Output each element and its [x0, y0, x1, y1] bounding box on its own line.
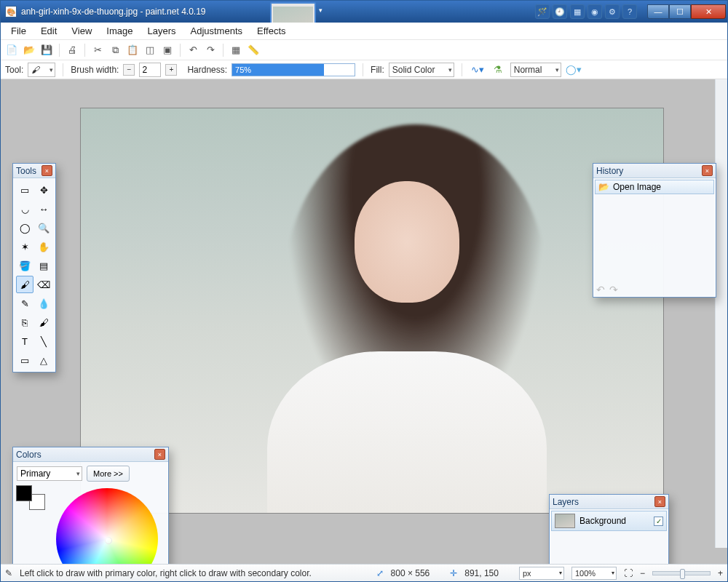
menu-view[interactable]: View	[64, 23, 99, 39]
paintbrush-tool[interactable]: 🖌	[16, 276, 33, 293]
tool-label: Tool:	[5, 65, 23, 75]
app-icon: 🎨	[5, 6, 17, 17]
paint-bucket-tool[interactable]: 🪣	[16, 257, 33, 274]
zoom-out-icon[interactable]: −	[640, 568, 645, 578]
unit-selector[interactable]: px	[519, 567, 564, 580]
zoom-selector[interactable]: 100%	[571, 567, 617, 580]
new-icon[interactable]: 📄	[4, 42, 20, 58]
gear-icon[interactable]: ⚙	[605, 4, 620, 19]
pan-tool[interactable]: ✋	[35, 238, 52, 255]
clone-stamp-tool[interactable]: ⎘	[16, 314, 33, 331]
tools-panel-close[interactable]: ×	[41, 165, 52, 176]
vertical-scrollbar[interactable]	[715, 79, 727, 548]
rectangle-shape-tool[interactable]: ▭	[16, 351, 33, 369]
title-bar: 🎨 anh-girl-xinh-9x-de-thuong.jpg - paint…	[1, 1, 727, 23]
history-undo-icon[interactable]: ↶	[596, 284, 605, 295]
pencil-tool[interactable]: ✎	[16, 295, 33, 312]
clock-icon[interactable]: 🕘	[553, 4, 567, 19]
brush-width-dec[interactable]: −	[123, 64, 135, 76]
history-item-label: Open Image	[613, 182, 661, 192]
hardness-value: 75%	[232, 64, 324, 76]
ellipse-select-tool[interactable]: ◯	[16, 219, 33, 236]
pencil-icon: ✎	[5, 568, 12, 578]
colors-panel-close[interactable]: ×	[154, 449, 165, 460]
help-icon[interactable]: ?	[622, 4, 637, 19]
undo-icon[interactable]: ↶	[185, 42, 201, 58]
wand-icon[interactable]: 🪄	[535, 4, 550, 19]
open-icon[interactable]: 📂	[21, 42, 37, 58]
menu-image[interactable]: Image	[99, 23, 140, 39]
copy-icon[interactable]: ⧉	[107, 42, 123, 58]
layers-panel-title: Layers	[553, 497, 579, 507]
paste-icon[interactable]: 📋	[124, 42, 141, 58]
menu-bar: FileEditViewImageLayersAdjustmentsEffect…	[1, 23, 727, 40]
gradient-tool[interactable]: ▤	[35, 257, 52, 274]
overwrite-icon[interactable]: ◯▾	[566, 62, 582, 78]
fill-label: Fill:	[371, 65, 384, 75]
zoom-fit-icon[interactable]: ⛶	[624, 568, 633, 578]
tools-panel: Tools× ▭✥◡↔◯🔍✶✋🪣▤🖌⌫✎💧⎘🖌T╲▭△	[12, 163, 56, 372]
menu-file[interactable]: File	[4, 23, 33, 39]
zoom-in-icon[interactable]: +	[718, 568, 723, 578]
line-tool[interactable]: ╲	[35, 332, 52, 350]
blend-mode-selector[interactable]: Normal	[510, 63, 561, 77]
lasso-select-tool[interactable]: ◡	[16, 200, 33, 218]
menu-edit[interactable]: Edit	[33, 23, 64, 39]
layers-icon[interactable]: ▦	[570, 4, 585, 19]
move-selected-pixels-tool[interactable]: ✥	[35, 181, 52, 199]
history-redo-icon[interactable]: ↷	[609, 284, 618, 295]
colors-more-button[interactable]: More >>	[87, 466, 130, 482]
layers-panel-close[interactable]: ×	[654, 496, 665, 507]
close-button[interactable]: ✕	[691, 4, 726, 19]
grid-icon[interactable]: ▦	[228, 42, 244, 58]
hardness-slider[interactable]: 75%	[232, 63, 355, 76]
colors-panel-title: Colors	[16, 450, 41, 460]
color-picker-tool[interactable]: 💧	[35, 295, 52, 312]
layer-row[interactable]: Background ✓	[551, 511, 667, 531]
brush-width-input[interactable]	[139, 63, 161, 77]
recolor-tool[interactable]: 🖌	[35, 314, 52, 331]
eraser-tool[interactable]: ⌫	[35, 276, 52, 293]
print-icon[interactable]: 🖨	[64, 42, 80, 58]
cut-icon[interactable]: ✂	[90, 42, 106, 58]
history-panel-close[interactable]: ×	[702, 165, 713, 176]
layer-visible-checkbox[interactable]: ✓	[654, 517, 663, 526]
primary-color-swatch[interactable]	[16, 485, 32, 501]
fill-selector[interactable]: Solid Color	[389, 63, 454, 77]
maximize-button[interactable]: ☐	[669, 4, 691, 19]
crop-icon[interactable]: ◫	[142, 42, 158, 58]
antialias-icon[interactable]: ∿▾	[470, 62, 486, 78]
brush-width-inc[interactable]: +	[165, 64, 177, 76]
history-item[interactable]: 📂 Open Image	[595, 180, 714, 194]
color-wheel-icon[interactable]: ◉	[587, 4, 602, 19]
save-icon[interactable]: 💾	[39, 42, 55, 58]
rectangle-select-tool[interactable]: ▭	[16, 181, 33, 199]
zoom-tool[interactable]: 🔍	[35, 219, 52, 236]
color-mode-selector[interactable]: Primary	[17, 466, 82, 481]
move-selection-tool[interactable]: ↔	[35, 200, 52, 218]
ruler-icon[interactable]: 📏	[245, 42, 261, 58]
text-tool[interactable]: T	[16, 332, 33, 350]
tool-selector[interactable]: 🖌	[28, 63, 55, 77]
size-icon: ⤢	[376, 568, 384, 578]
layers-panel: Layers× Background ✓ ▤ ✖ ⧉ ▦ ↑ ↓ ✎	[549, 494, 669, 564]
zoom-slider[interactable]	[652, 571, 711, 575]
cursor-position: 891, 150	[464, 568, 499, 578]
status-bar: ✎ Left click to draw with primary color,…	[1, 564, 727, 581]
magic-wand-tool[interactable]: ✶	[16, 238, 33, 255]
main-toolbar: 📄 📂 💾 🖨 ✂ ⧉ 📋 ◫ ▣ ↶ ↷ ▦ 📏	[1, 40, 727, 60]
tool-options-bar: Tool: 🖌 Brush width: − + Hardness: 75% F…	[1, 60, 727, 79]
brush-width-label: Brush width:	[71, 65, 119, 75]
minimize-button[interactable]: —	[647, 4, 669, 19]
cursor-icon: ✛	[450, 568, 457, 578]
menu-layers[interactable]: Layers	[140, 23, 183, 39]
blend-alpha-icon[interactable]: ⚗	[490, 62, 506, 78]
redo-icon[interactable]: ↷	[202, 42, 218, 58]
menu-adjustments[interactable]: Adjustments	[183, 23, 250, 39]
freeform-shape-tool[interactable]: △	[35, 351, 52, 369]
color-wheel[interactable]	[56, 488, 158, 564]
menu-effects[interactable]: Effects	[250, 23, 293, 39]
thumb-menu-icon[interactable]: ▾	[319, 7, 328, 17]
color-swatches[interactable]	[16, 485, 45, 510]
deselect-icon[interactable]: ▣	[159, 42, 175, 58]
